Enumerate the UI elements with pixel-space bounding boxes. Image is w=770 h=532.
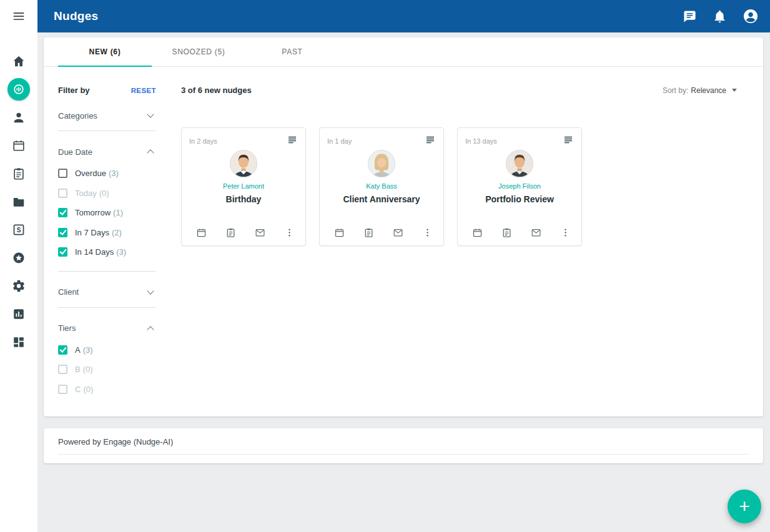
- filter-option-tier-b[interactable]: B (0): [58, 360, 156, 380]
- mail-icon[interactable]: [255, 227, 265, 238]
- option-count: (2): [112, 228, 122, 237]
- clipboard-icon: [12, 167, 26, 180]
- sidebar-item-home[interactable]: [0, 47, 37, 75]
- mail-icon[interactable]: [393, 227, 403, 238]
- checkbox[interactable]: [58, 385, 67, 394]
- filter-section-tiers[interactable]: Tiers: [58, 322, 156, 335]
- sidebar-menu-button[interactable]: [0, 2, 37, 30]
- menu-icon: [12, 9, 26, 23]
- sort-label: Sort by:: [663, 86, 688, 95]
- option-count: (0): [83, 365, 93, 374]
- client-name-link[interactable]: Peter Lamont: [223, 182, 264, 190]
- option-count: (3): [83, 345, 93, 355]
- notifications-bell-icon[interactable]: [713, 9, 727, 24]
- due-label: In 2 days: [189, 134, 217, 145]
- filter-option-tomorrow[interactable]: Tomorrow (1): [58, 203, 156, 223]
- add-nudge-fab[interactable]: +: [728, 490, 761, 523]
- tab-new[interactable]: NEW (6): [58, 37, 152, 66]
- nudge-card: In 2 days: [181, 127, 306, 246]
- chat-icon[interactable]: [683, 9, 697, 24]
- filter-section-categories[interactable]: Categories: [58, 109, 156, 122]
- home-icon: [12, 54, 26, 68]
- client-avatar: [229, 149, 258, 178]
- person-icon: [12, 111, 26, 124]
- note-icon[interactable]: [501, 227, 512, 238]
- section-label: Due Date: [58, 147, 92, 157]
- nudge-card: In 13 days: [457, 127, 582, 246]
- filter-option-today[interactable]: Today (0): [58, 184, 156, 204]
- option-count: (1): [113, 208, 123, 217]
- checkbox[interactable]: [58, 189, 67, 198]
- checkbox[interactable]: [58, 169, 67, 178]
- checkbox[interactable]: [58, 228, 67, 237]
- filter-option-overdue[interactable]: Overdue (3): [58, 164, 156, 184]
- sort-dropdown[interactable]: Sort by: Relevance: [663, 86, 737, 95]
- filter-option-tier-a[interactable]: A (3): [58, 340, 156, 360]
- sidebar-item-calendar[interactable]: [0, 131, 37, 159]
- account-circle-icon[interactable]: [743, 8, 759, 24]
- chevron-down-icon: [147, 111, 154, 117]
- filter-option-in-14-days[interactable]: In 14 Days (3): [58, 242, 156, 262]
- sidebar-item-profile[interactable]: [0, 103, 37, 131]
- nudge-cards: In 2 days: [181, 127, 737, 246]
- client-name-link[interactable]: Joseph Filson: [498, 182, 541, 190]
- bar-chart-icon: [12, 307, 26, 321]
- dashboard-icon: [12, 335, 26, 349]
- filter-section-due-date[interactable]: Due Date: [58, 145, 156, 158]
- note-icon[interactable]: [225, 227, 236, 238]
- more-vert-icon[interactable]: [422, 227, 433, 238]
- chevron-up-icon: [147, 149, 154, 156]
- client-name-link[interactable]: Katy Bass: [366, 182, 397, 190]
- more-vert-icon[interactable]: [560, 227, 571, 238]
- section-label: Client: [58, 287, 79, 297]
- calendar-icon[interactable]: [472, 227, 483, 238]
- tab-past[interactable]: PAST: [245, 37, 339, 66]
- nudge-details-button[interactable]: [287, 134, 298, 148]
- reset-filters-button[interactable]: RESET: [131, 87, 156, 94]
- client-avatar: [505, 149, 534, 178]
- sidebar-item-reports[interactable]: [0, 300, 37, 328]
- filter-section-client[interactable]: Client: [58, 286, 156, 298]
- folder-icon: [12, 195, 26, 209]
- checkbox[interactable]: [58, 345, 67, 355]
- nudge-details-button[interactable]: [425, 134, 436, 148]
- tier-options: A (3) B (0) C (0): [58, 340, 156, 400]
- card-action-bar: [465, 227, 574, 238]
- sidebar-item-dashboard[interactable]: [0, 328, 37, 356]
- filter-title: Filter by: [58, 86, 90, 95]
- subject-lines-icon: [563, 134, 574, 145]
- sidebar-item-documents[interactable]: [0, 187, 37, 215]
- tab-snoozed[interactable]: SNOOZED (5): [152, 37, 245, 66]
- chevron-down-icon: [147, 287, 154, 294]
- option-label: In 14 Days: [75, 247, 114, 257]
- powered-by-text: Powered by Engage (Nudge-AI): [58, 437, 749, 446]
- sidebar-item-tasks[interactable]: [0, 159, 37, 187]
- sidebar-item-settings[interactable]: [0, 272, 37, 300]
- filter-panel: Filter by RESET Categories Due Date: [44, 67, 156, 416]
- calendar-icon[interactable]: [334, 227, 345, 238]
- calendar-icon[interactable]: [196, 227, 207, 238]
- checkbox[interactable]: [58, 247, 67, 257]
- app-header: Nudges: [37, 0, 770, 32]
- nudges-panel: NEW (6) SNOOZED (5) PAST Filter by RESET…: [44, 37, 763, 416]
- nudges-icon: [12, 83, 25, 96]
- sidebar-item-nudges[interactable]: [0, 75, 37, 103]
- page-title: Nudges: [54, 9, 98, 23]
- filter-option-tier-c[interactable]: C (0): [58, 380, 156, 400]
- checkbox[interactable]: [58, 208, 67, 217]
- section-label: Categories: [58, 111, 97, 121]
- nudge-details-button[interactable]: [563, 134, 574, 148]
- calendar-icon: [12, 139, 26, 152]
- note-icon[interactable]: [363, 227, 374, 238]
- option-count: (3): [109, 169, 119, 178]
- sidebar-item-sales[interactable]: [0, 215, 37, 244]
- sidebar-item-favorites[interactable]: [0, 244, 37, 272]
- checkbox[interactable]: [58, 365, 67, 374]
- nudges-list-area: 3 of 6 new nudges Sort by: Relevance: [156, 67, 763, 416]
- option-count: (0): [83, 385, 93, 394]
- card-action-bar: [327, 227, 436, 238]
- nudge-title: Client Anniversary: [343, 194, 420, 204]
- more-vert-icon[interactable]: [284, 227, 295, 238]
- mail-icon[interactable]: [531, 227, 541, 238]
- filter-option-in-7-days[interactable]: In 7 Days (2): [58, 223, 156, 243]
